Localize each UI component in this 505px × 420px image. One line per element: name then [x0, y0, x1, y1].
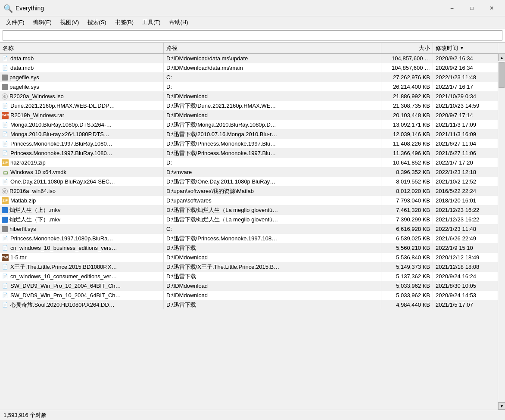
- menu-item[interactable]: 视图(V): [56, 17, 83, 28]
- file-list[interactable]: 📄 data.mdb D:\IDMdownload\data.ms\update…: [0, 54, 498, 410]
- cell-path: D:\IDMdownload\data.ms\update: [164, 54, 381, 63]
- cell-size: 6,616,928 KB: [381, 224, 433, 233]
- file-name: Monga.2010.BluRay.1080p.DTS.x264-…: [10, 121, 112, 128]
- cell-size: 8,396,352 KB: [381, 168, 433, 177]
- file-list-container: 📄 data.mdb D:\IDMdownload\data.ms\update…: [0, 54, 505, 410]
- col-header-name[interactable]: 名称: [0, 43, 164, 53]
- cell-path: D:\迅雷下载\灿烂人生（La meglio gioventù…: [164, 205, 381, 215]
- table-row[interactable]: ⊙ R2016a_win64.iso D:\upan\softwares\我的资…: [0, 187, 498, 196]
- table-row[interactable]: 📄 Monga.2010.Blu-ray.x264.1080P.DTS… D:\…: [0, 130, 498, 139]
- table-row[interactable]: ZIP Matlab.zip D:\upan\softwares 7,793,0…: [0, 196, 498, 205]
- cell-path: D:\迅雷下载\Princess.Mononoke.1997.108…: [164, 234, 381, 243]
- cell-name: 📄 One.Day.2011.1080p.BluRay.x264-SEC…: [0, 177, 164, 186]
- cell-date: 2021/6/26 22:49: [433, 234, 498, 243]
- table-row[interactable]: 📄 Dune.2021.2160p.HMAX.WEB-DL.DDP… D:\迅雷…: [0, 101, 498, 111]
- minimize-button[interactable]: –: [442, 2, 462, 15]
- window-controls: – □ ✕: [442, 2, 502, 15]
- cell-size: 12,039,146 KB: [381, 130, 433, 139]
- cell-name: ⊙ R2016a_win64.iso: [0, 187, 164, 196]
- cell-size: 26,214,400 KB: [381, 82, 433, 91]
- cell-date: 2016/5/22 22:24: [433, 187, 498, 196]
- column-headers: 名称 路径 大小 修改时间 ▼: [0, 43, 505, 54]
- table-row[interactable]: 📄 SW_DVD9_Win_Pro_10_2004_64BIT_Ch… D:\I…: [0, 281, 498, 291]
- mkv-icon: [2, 217, 8, 223]
- file-name: hiberfil.sys: [9, 226, 36, 232]
- table-row[interactable]: pagefile.sys D: 26,214,400 KB 2022/1/7 1…: [0, 82, 498, 92]
- scroll-track[interactable]: [498, 61, 505, 402]
- menu-item[interactable]: 搜索(S): [83, 17, 110, 28]
- table-row[interactable]: hiberfil.sys C: 6,616,928 KB 2022/1/23 1…: [0, 224, 498, 234]
- table-row[interactable]: pagefile.sys C: 27,262,976 KB 2022/1/23 …: [0, 73, 498, 82]
- file-name: Matlab.zip: [10, 197, 36, 204]
- table-row[interactable]: 📄 cn_windows_10_consumer_editions_ver… D…: [0, 272, 498, 281]
- cell-path: D:\迅雷下载: [164, 300, 381, 309]
- table-row[interactable]: 📄 Princess.Mononoke.1997.1080p.BluRa… D:…: [0, 234, 498, 243]
- cell-size: 27,262,976 KB: [381, 73, 433, 82]
- table-row[interactable]: 📄 data.mdb D:\IDMdownload\data.ms\main 1…: [0, 63, 498, 73]
- file-icon: 📄: [2, 283, 9, 289]
- scroll-down-button[interactable]: ▼: [498, 402, 505, 410]
- table-row[interactable]: 📄 One.Day.2011.1080p.BluRay.x264-SEC… D:…: [0, 177, 498, 187]
- table-row[interactable]: 📄 cn_windows_10_business_editions_vers… …: [0, 243, 498, 253]
- table-row[interactable]: 📄 Princess.Mononoke.1997.BluRay.1080… D:…: [0, 149, 498, 158]
- cell-date: 2020/9/24 16:24: [433, 272, 498, 281]
- table-row[interactable]: 📄 心灵奇旅.Soul.2020.HD1080P.X264.DD… D:\迅雷下…: [0, 300, 498, 310]
- maximize-button[interactable]: □: [462, 2, 482, 15]
- file-name: data.mdb: [10, 65, 34, 71]
- cell-date: 2021/10/23 14:59: [433, 101, 498, 110]
- table-row[interactable]: 🖴 Windows 10 x64.vmdk D:\vmvare 8,396,35…: [0, 168, 498, 177]
- col-header-size[interactable]: 大小: [381, 43, 433, 53]
- cell-date: 2020/9/7 17:14: [433, 111, 498, 120]
- tar-icon: TAR: [2, 254, 9, 261]
- scroll-up-button[interactable]: ▲: [498, 54, 505, 61]
- mkv-icon: [2, 207, 8, 213]
- cell-name: 📄 Dune.2021.2160p.HMAX.WEB-DL.DDP…: [0, 101, 164, 110]
- cell-date: 2021/6/27 11:04: [433, 139, 498, 148]
- table-row[interactable]: RAR R2019b_Windows.rar D:\IDMdownload 20…: [0, 111, 498, 120]
- search-input[interactable]: [3, 30, 502, 40]
- cell-name: pagefile.sys: [0, 73, 164, 82]
- mdb-icon: 📄: [2, 65, 9, 72]
- menu-item[interactable]: 书签(B): [111, 17, 138, 28]
- table-row[interactable]: 📄 data.mdb D:\IDMdownload\data.ms\update…: [0, 54, 498, 63]
- col-header-date[interactable]: 修改时间 ▼: [433, 43, 498, 53]
- cell-date: 2020/9/2 16:34: [433, 54, 498, 63]
- cell-date: 2021/6/27 11:06: [433, 149, 498, 158]
- file-name: R2020a_Windows.iso: [9, 93, 64, 100]
- zip-icon: ZIP: [2, 159, 9, 166]
- menu-item[interactable]: 编辑(E): [29, 17, 56, 28]
- table-row[interactable]: 灿烂人生（下）.mkv D:\迅雷下载\灿烂人生（La meglio giove…: [0, 215, 498, 224]
- menu-item[interactable]: 帮助(H): [165, 17, 193, 28]
- scrollbar[interactable]: ▲ ▼: [498, 54, 505, 410]
- cell-date: 2020/12/12 18:49: [433, 253, 498, 262]
- cell-path: D:\IDMdownload: [164, 111, 381, 120]
- table-row[interactable]: ⊙ R2020a_Windows.iso D:\IDMdownload 21,8…: [0, 92, 498, 101]
- iso-icon: ⊙: [2, 93, 8, 100]
- table-row[interactable]: 📄 Monga.2010.BluRay.1080p.DTS.x264-… D:\…: [0, 120, 498, 130]
- cell-size: 5,560,210 KB: [381, 243, 433, 252]
- table-row[interactable]: 📄 X王子.The.Little.Prince.2015.BD1080P.X… …: [0, 262, 498, 272]
- file-name: 1-5.tar: [10, 254, 27, 261]
- file-name: R2016a_win64.iso: [9, 188, 56, 194]
- cell-path: D:\迅雷下载\2010.07.16.Monga.2010.Blu-r…: [164, 130, 381, 139]
- cell-name: 灿烂人生（下）.mkv: [0, 215, 164, 224]
- table-row[interactable]: ZIP hazra2019.zip D: 10,641,852 KB 2022/…: [0, 158, 498, 168]
- cell-path: D:: [164, 158, 381, 167]
- scroll-thumb[interactable]: [499, 62, 505, 88]
- cell-size: 5,033,962 KB: [381, 281, 433, 290]
- cell-path: D:: [164, 82, 381, 91]
- cell-name: 📄 Princess.Mononoke.1997.BluRay.1080…: [0, 139, 164, 148]
- table-row[interactable]: 📄 SW_DVD9_Win_Pro_10_2004_64BIT_Ch… D:\I…: [0, 291, 498, 300]
- file-icon: 📄: [2, 302, 9, 308]
- table-row[interactable]: 灿烂人生（上）.mkv D:\迅雷下载\灿烂人生（La meglio giove…: [0, 205, 498, 215]
- app-icon: 🔍: [3, 4, 12, 12]
- col-header-path[interactable]: 路径: [164, 43, 381, 53]
- cell-path: D:\IDMdownload: [164, 291, 381, 300]
- close-button[interactable]: ✕: [482, 2, 502, 15]
- menu-item[interactable]: 工具(T): [138, 17, 165, 28]
- file-name: pagefile.sys: [9, 74, 39, 81]
- file-name: One.Day.2011.1080p.BluRay.x264-SEC…: [10, 178, 115, 185]
- menu-item[interactable]: 文件(F): [2, 17, 29, 28]
- table-row[interactable]: 📄 Princess.Mononoke.1997.BluRay.1080… D:…: [0, 139, 498, 149]
- table-row[interactable]: TAR 1-5.tar D:\IDMdownload 5,536,840 KB …: [0, 253, 498, 262]
